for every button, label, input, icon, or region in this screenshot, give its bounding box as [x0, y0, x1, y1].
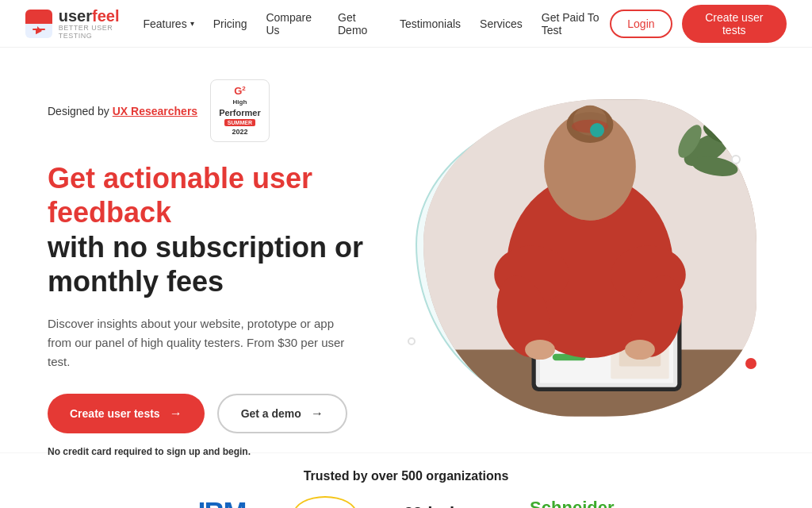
ux-researchers-text: UX Researchers — [113, 105, 197, 117]
schneider-logo: Schneider & Electric — [530, 498, 614, 509]
nav-services[interactable]: Services — [480, 17, 523, 30]
brand-logo-row: IBM Serta 99designs Schneider & Electric — [48, 496, 764, 508]
hero-photo — [423, 99, 756, 417]
nav-testimonials[interactable]: Testimonials — [400, 17, 461, 30]
svg-marker-1 — [37, 26, 42, 31]
svg-point-22 — [525, 340, 555, 360]
nav-get-paid[interactable]: Get Paid To Test — [542, 11, 611, 37]
nav-links: Features ▾ Pricing Compare Us Get Demo T… — [143, 11, 610, 37]
hero-headline: Get actionable user feedback with no sub… — [48, 161, 400, 298]
g2-badge: G2 High Performer SUMMER 2022 — [210, 79, 270, 142]
logo-icon — [25, 10, 52, 38]
arrow-right-icon: → — [170, 406, 182, 421]
nav-features[interactable]: Features ▾ — [143, 17, 193, 30]
svg-rect-0 — [33, 29, 45, 30]
svg-point-23 — [625, 340, 655, 360]
hero-description: Discover insights about your website, pr… — [48, 314, 349, 371]
ibm-logo: IBM — [198, 497, 246, 508]
hero-buttons: Create user tests → Get a demo → — [48, 394, 400, 433]
decoration-dot-white-1 — [731, 155, 741, 164]
hero-content: Designed by UX Researchers G2 High Perfo… — [48, 64, 400, 452]
get-demo-button[interactable]: Get a demo → — [217, 394, 347, 433]
hero-image-area — [400, 64, 764, 452]
serta-logo: Serta — [293, 496, 357, 508]
nav-compare[interactable]: Compare Us — [266, 11, 319, 37]
trusted-section: Trusted by over 500 organizations IBM Se… — [0, 452, 812, 508]
create-button[interactable]: Create user tests — [682, 5, 787, 43]
chevron-down-icon: ▾ — [190, 19, 194, 28]
logo-user: user — [59, 7, 92, 25]
headline-accent: Get actionable user feedback — [48, 162, 312, 229]
navbar: userfeel BETTER USER TESTING Features ▾ … — [0, 0, 812, 48]
blob-container — [400, 91, 764, 425]
designed-by-row: Designed by UX Researchers G2 High Perfo… — [48, 79, 400, 142]
decoration-dot-red — [745, 358, 756, 369]
nav-demo[interactable]: Get Demo — [338, 11, 381, 37]
create-user-tests-button[interactable]: Create user tests → — [48, 394, 205, 433]
no-credit-card-text: No credit card required to sign up and b… — [48, 446, 400, 457]
login-button[interactable]: Login — [610, 10, 672, 38]
nav-pricing[interactable]: Pricing — [213, 17, 247, 30]
headline-rest: with no subscription or monthly fees — [48, 231, 363, 298]
nav-actions: Login Create user tests — [610, 5, 787, 43]
arrow-right-icon-2: → — [311, 406, 324, 421]
logo[interactable]: userfeel BETTER USER TESTING — [25, 7, 143, 40]
logo-tagline: BETTER USER TESTING — [59, 25, 144, 40]
decoration-dot-teal — [590, 123, 604, 137]
designed-by-text: Designed by UX Researchers — [48, 105, 197, 117]
logo-feel: feel — [92, 7, 119, 25]
99designs-logo: 99designs — [404, 503, 483, 508]
hero-section: Designed by UX Researchers G2 High Perfo… — [0, 48, 812, 452]
trusted-title: Trusted by over 500 organizations — [48, 469, 764, 483]
decoration-dot-white-2 — [408, 337, 416, 345]
